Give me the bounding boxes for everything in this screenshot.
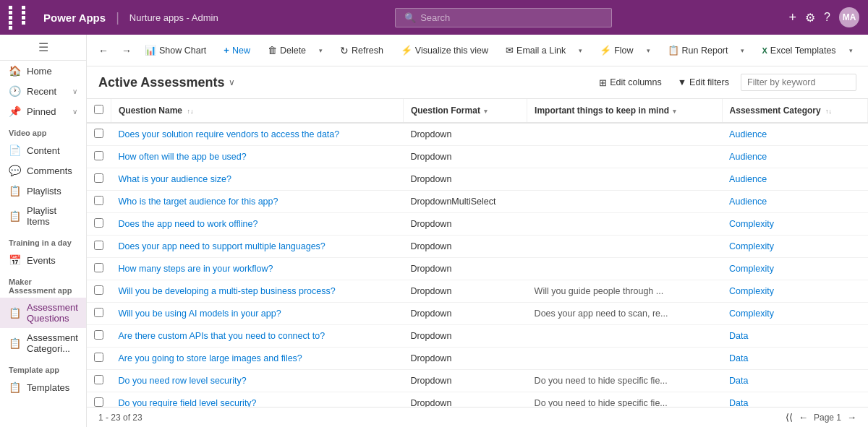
row-checkbox-0[interactable] [94,129,103,138]
row-checkbox-7[interactable] [94,285,103,295]
sidebar-item-playlists[interactable]: 📋 Playlists [0,181,86,201]
delete-chevron[interactable]: ▾ [313,43,328,58]
question-name-link[interactable]: Who is the target audience for this app? [119,197,278,207]
edit-filters-button[interactable]: ▼ Edit filters [673,74,733,90]
row-checkbox-4[interactable] [94,218,103,228]
important-things-filter-icon[interactable]: ▾ [673,108,676,115]
row-checkbox-8[interactable] [94,308,103,317]
question-format-cell: Dropdown [403,325,527,348]
row-checkbox-11[interactable] [94,375,103,384]
question-name-link[interactable]: Will you be developing a multi-step busi… [119,286,336,296]
refresh-label: Refresh [352,46,383,56]
col-important-things: Important things to keep in mind ▾ [527,99,722,123]
assessment-category-link[interactable]: Complexity [729,286,774,296]
question-format-cell: Dropdown [403,236,527,258]
assessment-category-link[interactable]: Data [729,331,748,341]
app-grid-icon[interactable] [9,6,33,30]
question-format-filter-icon[interactable]: ▾ [484,108,488,115]
assessment-category-link[interactable]: Audience [729,197,767,207]
page-title-chevron[interactable]: ∨ [229,77,235,87]
assessment-category-link[interactable]: Data [729,376,748,386]
sidebar-item-templates[interactable]: 📋 Templates [0,377,86,397]
search-bar[interactable]: 🔍 Search [395,8,612,27]
filter-keyword-input[interactable] [741,74,856,91]
important-things-cell [527,123,722,146]
question-name-link[interactable]: Do you require field level security? [119,398,257,407]
email-link-button[interactable]: ✉ Email a Link [500,41,571,59]
question-name-link[interactable]: Will you be using AI models in your app? [119,309,281,319]
assessment-category-link[interactable]: Data [729,398,748,407]
forward-icon: → [122,45,132,56]
question-name-link[interactable]: How often will the app be used? [119,152,247,162]
email-chevron[interactable]: ▾ [573,43,588,58]
run-report-chevron[interactable]: ▾ [735,43,750,58]
show-chart-button[interactable]: 📊 Show Chart [139,41,212,59]
assessment-category-link[interactable]: Complexity [729,264,774,274]
row-checkbox-9[interactable] [94,330,103,340]
excel-templates-chevron[interactable]: ▾ [843,43,859,58]
refresh-button[interactable]: ↻ Refresh [334,41,389,60]
sidebar-item-pinned[interactable]: 📌 Pinned ∨ [0,101,86,121]
question-name-link[interactable]: Are there custom APIs that you need to c… [119,331,326,341]
sidebar-item-events-label: Events [27,255,56,266]
sidebar-item-events[interactable]: 📅 Events [0,250,86,270]
sidebar-item-content[interactable]: 📄 Content [0,140,86,160]
row-checkbox-5[interactable] [94,241,103,250]
question-name-link[interactable]: Do you need row level security? [119,376,247,386]
menu-icon[interactable]: ☰ [38,40,48,54]
flow-dropdown-icon: ▾ [647,47,650,54]
assessment-category-sort-icon[interactable]: ↑↓ [825,108,832,115]
assessment-category-link[interactable]: Audience [729,129,767,139]
row-checkbox-6[interactable] [94,263,103,272]
row-checkbox-12[interactable] [94,397,103,407]
question-name-link[interactable]: How many steps are in your workflow? [119,264,273,274]
question-name-link[interactable]: Does your solution require vendors to ac… [119,129,340,139]
forward-button[interactable]: → [116,41,137,60]
assessment-category-link[interactable]: Complexity [729,241,774,251]
flow-chevron[interactable]: ▾ [641,43,656,58]
avatar[interactable]: MA [839,7,859,27]
help-icon[interactable]: ? [824,11,830,24]
new-button[interactable]: + New [218,41,256,59]
select-all-checkbox[interactable] [94,105,103,114]
flow-button[interactable]: ⚡ Flow [594,41,639,59]
sidebar-item-assessment-categories[interactable]: 📋 Assessment Categori... [0,328,86,358]
row-checkbox-2[interactable] [94,173,103,183]
sidebar-item-home[interactable]: 🏠 Home [0,61,86,81]
visualize-label: Visualize this view [415,46,488,56]
delete-button[interactable]: 🗑 Delete [262,41,312,59]
sidebar-item-comments[interactable]: 💬 Comments [0,160,86,181]
first-page-button[interactable]: ⟨⟨ [786,412,793,423]
question-name-sort-icon[interactable]: ↑↓ [187,108,193,115]
visualize-button[interactable]: ⚡ Visualize this view [395,41,494,59]
question-name-link[interactable]: Does the app need to work offline? [119,219,258,229]
playlists-icon: 📋 [9,185,21,197]
delete-label: Delete [280,46,306,56]
row-checkbox-3[interactable] [94,196,103,205]
back-button[interactable]: ← [93,41,114,60]
assessment-category-link[interactable]: Complexity [729,219,774,229]
question-name-link[interactable]: What is your audience size? [119,174,231,184]
run-report-button[interactable]: 📋 Run Report [662,41,734,59]
question-format-cell: Dropdown [403,258,527,280]
excel-templates-button[interactable]: X Excel Templates [756,42,841,59]
prev-page-button[interactable]: ← [799,412,808,423]
edit-columns-button[interactable]: ⊞ Edit columns [595,74,666,91]
row-checkbox-1[interactable] [94,151,103,160]
assessment-category-link[interactable]: Audience [729,152,767,162]
assessment-category-link[interactable]: Complexity [729,309,774,319]
col-question-format-label: Question Format [411,105,480,116]
assessment-category-link[interactable]: Data [729,353,748,363]
next-page-button[interactable]: → [847,412,856,423]
sidebar-item-playlist-items[interactable]: 📋 Playlist Items [0,201,86,231]
row-checkbox-10[interactable] [94,353,103,362]
export-excel-button[interactable]: X Export to Excel [864,42,868,59]
question-name-link[interactable]: Does your app need to support multiple l… [119,241,326,251]
question-name-link[interactable]: Are you going to store large images and … [119,353,302,363]
page-title: Active Assessments [98,75,224,90]
add-icon[interactable]: + [789,10,797,25]
sidebar-item-assessment-questions[interactable]: 📋 Assessment Questions [0,298,86,328]
assessment-category-link[interactable]: Audience [729,174,767,184]
settings-icon[interactable]: ⚙ [805,11,815,25]
sidebar-item-recent[interactable]: 🕐 Recent ∨ [0,81,86,101]
